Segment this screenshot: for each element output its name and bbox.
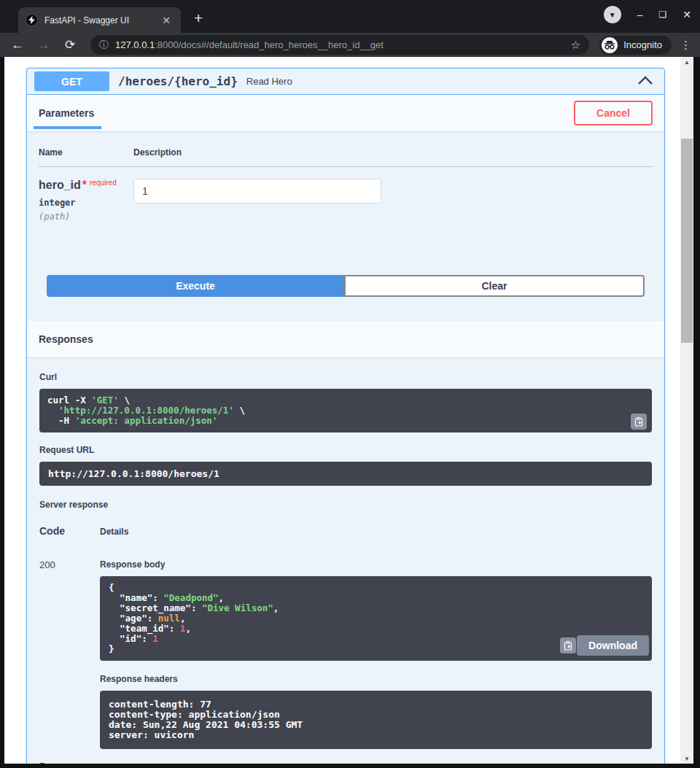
back-button[interactable]: ←: [9, 38, 26, 53]
browser-titlebar: FastAPI - Swagger UI ✕ + ▼ – ❏ ✕: [0, 0, 700, 33]
site-info-icon[interactable]: ⓘ: [99, 39, 109, 52]
new-tab-button[interactable]: +: [194, 9, 203, 27]
bookmark-star-icon[interactable]: ☆: [571, 39, 580, 52]
incognito-badge: Incognito: [599, 36, 672, 55]
request-url-label: Request URL: [39, 445, 652, 455]
column-header-description: Description: [133, 147, 182, 158]
active-tab-underline: [34, 126, 101, 129]
header-line: content-type: application/json: [109, 710, 643, 720]
method-badge: GET: [34, 71, 109, 91]
parameter-type: integer: [39, 198, 133, 208]
tab-parameters[interactable]: Parameters: [39, 107, 94, 119]
scroll-up-icon[interactable]: ▲: [680, 57, 693, 67]
endpoint-path: /heroes/{hero_id}: [118, 74, 238, 88]
header-line: date: Sun,22 Aug 2021 04:03:55 GMT: [109, 720, 643, 730]
column-header-code: Code: [39, 525, 100, 537]
reload-button[interactable]: ⟳: [61, 37, 79, 53]
curl-command[interactable]: curl -X 'GET' \ 'http://127.0.0.1:8000/h…: [39, 389, 652, 433]
request-url-value: http://127.0.0.1:8000/heroes/1: [39, 462, 652, 486]
cancel-button[interactable]: Cancel: [574, 101, 653, 125]
live-response-row: 200 Response body { "name": "Deadpond", …: [39, 559, 652, 749]
maximize-button[interactable]: ❏: [659, 10, 667, 19]
forward-button[interactable]: →: [35, 38, 52, 53]
column-header-details: Details: [100, 527, 128, 537]
required-label: required: [90, 179, 117, 187]
page-content: GET /heroes/{hero_id} Read Hero Paramete…: [4, 57, 680, 764]
tab-title: FastAPI - Swagger UI: [44, 15, 159, 26]
opblock-header[interactable]: GET /heroes/{hero_id} Read Hero: [27, 69, 664, 95]
required-asterisk: *: [82, 179, 87, 191]
scrollbar-thumb[interactable]: [681, 139, 693, 343]
parameters-table: Name Description hero_id*required intege…: [27, 131, 664, 257]
minimize-button[interactable]: –: [637, 9, 643, 20]
download-button[interactable]: Download: [577, 635, 649, 656]
browser-tab[interactable]: FastAPI - Swagger UI ✕: [18, 7, 181, 33]
curl-line: 'http://127.0.0.1:8000/heroes/1' \: [47, 406, 644, 416]
url-text[interactable]: 127.0.0.1:8000/docs#/default/read_hero_h…: [115, 39, 565, 50]
opblock-get-heroes: GET /heroes/{hero_id} Read Hero Paramete…: [26, 68, 665, 764]
curl-line: -H 'accept: application/json': [47, 416, 644, 426]
incognito-label: Incognito: [623, 39, 662, 50]
parameters-section-header: Parameters Cancel: [27, 95, 664, 131]
execute-button[interactable]: Execute: [47, 275, 344, 297]
curl-label: Curl: [39, 372, 652, 382]
hero-id-input[interactable]: [133, 179, 381, 203]
tab-close-icon[interactable]: ✕: [159, 14, 174, 27]
header-line: content-length: 77: [109, 699, 643, 710]
header-line: server: uvicorn: [109, 730, 643, 740]
scroll-down-icon[interactable]: ▼: [680, 753, 693, 764]
tab-search-button[interactable]: ▼: [604, 6, 621, 23]
browser-toolbar: ← → ⟳ ⓘ 127.0.0.1:8000/docs#/default/rea…: [0, 33, 700, 57]
parameter-row-hero-id: hero_id*required integer (path): [39, 167, 653, 257]
server-response-label: Server response: [39, 500, 652, 510]
url-path: :8000/docs#/default/read_hero_heroes__he…: [155, 39, 384, 50]
address-bar[interactable]: ⓘ 127.0.0.1:8000/docs#/default/read_hero…: [90, 35, 589, 55]
incognito-icon: [602, 37, 618, 53]
responses-content: Curl curl -X 'GET' \ 'http://127.0.0.1:8…: [27, 357, 664, 764]
browser-menu-icon[interactable]: ⋮: [680, 39, 691, 52]
collapse-chevron-icon[interactable]: [638, 76, 653, 87]
page-scrollbar[interactable]: ▲ ▼: [680, 57, 693, 764]
response-headers-label: Response headers: [100, 674, 652, 684]
curl-line: curl -X 'GET' \: [47, 395, 644, 406]
copy-curl-icon[interactable]: [631, 414, 647, 430]
responses-title: Responses: [39, 333, 93, 345]
fastapi-favicon-icon: [26, 14, 38, 26]
window-close-button[interactable]: ✕: [682, 9, 691, 20]
execute-wrapper: Execute Clear: [27, 257, 664, 321]
parameter-name: hero_id*required: [39, 179, 133, 192]
parameter-location: (path): [39, 212, 133, 222]
response-body-code: { "name": "Deadpond", "secret_name": "Di…: [100, 576, 652, 661]
documented-responses-label: Responses: [39, 761, 652, 764]
browser-window: FastAPI - Swagger UI ✕ + ▼ – ❏ ✕ ← → ⟳ ⓘ…: [0, 0, 700, 768]
response-headers-code: content-length: 77 content-type: applica…: [100, 691, 652, 749]
copy-response-icon[interactable]: [560, 637, 576, 653]
column-header-name: Name: [39, 147, 133, 158]
endpoint-summary: Read Hero: [246, 76, 292, 87]
url-host: 127.0.0.1: [115, 39, 155, 50]
clear-button[interactable]: Clear: [344, 275, 645, 297]
status-code: 200: [39, 559, 100, 749]
response-body-label: Response body: [100, 559, 652, 570]
responses-section-header: Responses: [27, 321, 664, 357]
